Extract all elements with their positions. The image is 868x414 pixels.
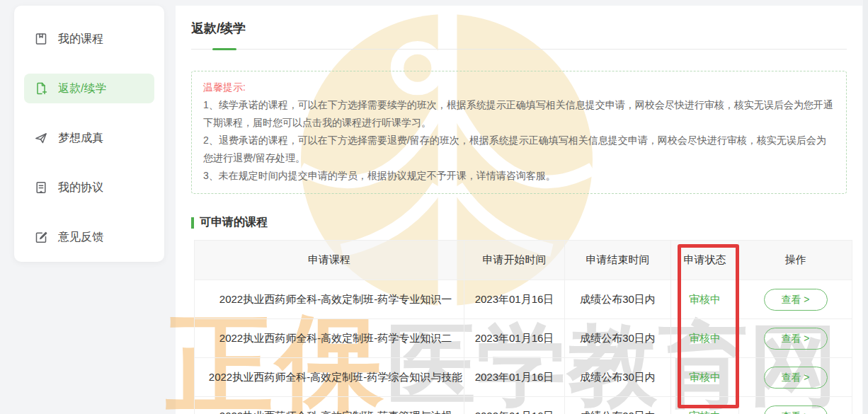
column-header-start-time: 申请开始时间 (464, 241, 565, 280)
refund-renewal-page: 正保医学教育网 我的课程 返款/续学 (0, 0, 868, 414)
view-button[interactable]: 查看 > (764, 406, 828, 414)
start-date: 2023年01月16日 (464, 397, 565, 414)
end-date: 成绩公布30日内 (565, 397, 671, 414)
sidebar-item-label: 意见反馈 (58, 230, 103, 245)
sidebar-item-my-courses[interactable]: 我的课程 (24, 24, 154, 54)
action-cell: 查看 > (739, 397, 852, 414)
sidebar: 我的课程 返款/续学 梦想成真 (14, 6, 164, 262)
end-date: 成绩公布30日内 (565, 358, 671, 397)
refund-doc-icon (34, 81, 48, 96)
scrollbar[interactable] (863, 0, 868, 414)
course-name: 2022执业西药师全科-高效定制班-药学专业知识一 (195, 280, 464, 319)
course-name: 2022执业西药师全科-高效定制班-药学专业知识二 (195, 319, 464, 358)
action-cell: 查看 > (739, 319, 852, 358)
sidebar-item-label: 我的协议 (58, 180, 103, 195)
start-date: 2023年01月16日 (464, 280, 565, 319)
status-badge: 审核中 (671, 319, 739, 358)
notice-title: 温馨提示: (203, 79, 835, 96)
end-date: 成绩公布30日内 (565, 280, 671, 319)
status-badge: 审核中 (671, 397, 739, 414)
column-header-action: 操作 (739, 241, 852, 280)
column-header-end-time: 申请结束时间 (565, 241, 671, 280)
course-name: 2022执业西药师全科-高效定制班-药学综合知识与技能 (195, 358, 464, 397)
status-badge: 审核中 (671, 280, 739, 319)
view-button[interactable]: 查看 > (764, 289, 828, 311)
sidebar-item-label: 返款/续学 (58, 81, 106, 96)
action-cell: 查看 > (739, 358, 852, 397)
start-date: 2023年01月16日 (464, 358, 565, 397)
title-divider-accent (212, 48, 236, 50)
notice-line-1: 1、续学承诺的课程，可以在下方选择需要续学的班次，根据系统提示正确填写相关信息提… (203, 96, 835, 132)
section-accent-bar (191, 217, 194, 229)
notice-line-3: 3、未在规定时间内提交申请的学员，根据协议规定不予开课，详情请咨询客服。 (203, 167, 835, 185)
page-title: 返款/续学 (191, 20, 847, 37)
sidebar-item-my-agreements[interactable]: 我的协议 (24, 173, 154, 202)
sidebar-item-label: 梦想成真 (58, 131, 103, 146)
status-badge: 审核中 (671, 358, 739, 397)
view-button[interactable]: 查看 > (764, 367, 828, 389)
section-title: 可申请的课程 (200, 215, 268, 230)
applicable-courses-table: 申请课程 申请开始时间 申请结束时间 申请状态 操作 2022执业西药师全科-高… (194, 240, 852, 414)
view-button[interactable]: 查看 > (764, 328, 828, 350)
start-date: 2023年01月16日 (464, 319, 565, 358)
sidebar-item-dreams-come-true[interactable]: 梦想成真 (24, 123, 154, 153)
table-row: 2022执业西药师全科-高效定制班-药学专业知识一 2023年01月16日 成绩… (195, 280, 852, 319)
sidebar-item-label: 我的课程 (58, 32, 103, 47)
sidebar-item-refund-renewal[interactable]: 返款/续学 (24, 74, 154, 103)
column-header-status: 申请状态 (671, 241, 739, 280)
title-divider (191, 49, 847, 50)
section-header: 可申请的课程 (191, 215, 847, 230)
paper-plane-icon (34, 131, 48, 145)
notice-box: 温馨提示: 1、续学承诺的课程，可以在下方选择需要续学的班次，根据系统提示正确填… (191, 71, 847, 194)
table-row: 2022执业西药师全科-高效定制班-药学专业知识二 2023年01月16日 成绩… (195, 319, 852, 358)
end-date: 成绩公布30日内 (565, 319, 671, 358)
column-header-course: 申请课程 (195, 241, 464, 280)
table-row: 2022执业西药师全科-高效定制班-药事管理与法规 2023年01月16日 成绩… (195, 397, 852, 414)
table-header-row: 申请课程 申请开始时间 申请结束时间 申请状态 操作 (195, 241, 852, 280)
agreement-icon (34, 180, 48, 195)
main-content: 返款/续学 温馨提示: 1、续学承诺的课程，可以在下方选择需要续学的班次，根据系… (191, 6, 847, 414)
feedback-icon (34, 230, 48, 244)
action-cell: 查看 > (739, 280, 852, 319)
table-row: 2022执业西药师全科-高效定制班-药学综合知识与技能 2023年01月16日 … (195, 358, 852, 397)
sidebar-item-feedback[interactable]: 意见反馈 (24, 222, 154, 252)
notice-line-2: 2、退费承诺的课程，可以在下方选择需要退费/留存的班次，根据系统提示正确填写相关… (203, 132, 835, 167)
book-icon (34, 32, 48, 46)
course-name: 2022执业西药师全科-高效定制班-药事管理与法规 (195, 397, 464, 414)
